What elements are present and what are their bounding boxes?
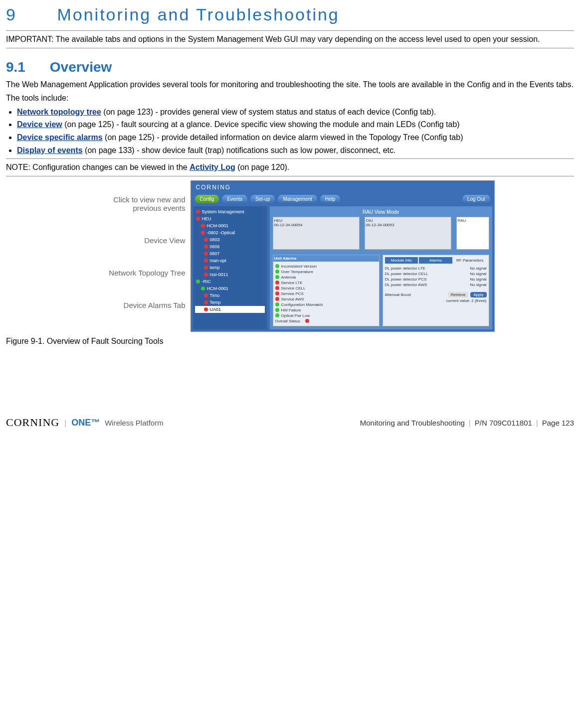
led-icon (275, 297, 279, 301)
tab-alarms[interactable]: Alarms (419, 257, 452, 264)
link-device-view[interactable]: Device view (17, 120, 62, 129)
alarms-title: Unit Alarms (273, 255, 379, 262)
overview-intro: The tools include: (6, 93, 574, 104)
section-heading: 9.1 Overview (6, 59, 574, 75)
atten-note: current value: 2 (three) (385, 298, 487, 303)
tab-rf-parameters[interactable]: RF Parameters (453, 257, 487, 264)
tab-help[interactable]: Help (320, 195, 341, 203)
list-item-text: (on page 133) - show device fault (trap)… (83, 146, 396, 154)
tree-item: 0807 (195, 250, 265, 257)
tree-item: -0802 -Optical (195, 229, 265, 236)
led-icon (275, 281, 279, 285)
tab-events[interactable]: Events (222, 195, 247, 203)
tree-item: man-opt (195, 257, 265, 264)
rf-row: DL power detector AWSNo signal (385, 282, 487, 288)
logout-button[interactable]: Log Out (462, 195, 490, 203)
apply-button[interactable]: Apply (470, 292, 486, 297)
alarm-row: Antenna (275, 275, 377, 280)
rf-row: DL power detector CELLNo signal (385, 271, 487, 277)
tree-item: -RIC (195, 278, 265, 285)
led-icon (201, 231, 205, 235)
link-display-events[interactable]: Display of events (17, 146, 83, 154)
led-icon (204, 252, 208, 256)
tab-config[interactable]: Config (195, 195, 219, 203)
note-post: (on page 120). (235, 163, 290, 171)
retrieve-button[interactable]: Retrieve (448, 292, 469, 297)
chapter-number: 9 (6, 5, 51, 24)
tree-item: rssi-0011 (195, 271, 265, 278)
led-icon (275, 275, 279, 279)
led-icon (275, 302, 279, 306)
divider (6, 30, 574, 31)
gui-logo: CORNING (193, 183, 492, 192)
alarms-panel: Unit Alarms Inconsistent Version Over Te… (273, 255, 380, 326)
logo-tag: Wireless Platform (105, 419, 164, 427)
chapter-heading: 9 Monitoring and Troubleshooting (6, 5, 574, 24)
panel-tabs: Module Info Alarms RF Parameters (385, 257, 487, 264)
gui-screenshot: CORNING Config Events Set-up Management … (191, 180, 495, 332)
alarm-row: Configuration Mismatch (275, 302, 377, 307)
section-number: 9.1 (6, 59, 46, 75)
overall-status: Overall Status (275, 318, 377, 324)
list-item: Display of events (on page 133) - show d… (17, 145, 574, 156)
logo-one: ONE™ (71, 418, 100, 428)
tab-module-info[interactable]: Module Info (385, 257, 418, 264)
tab-setup[interactable]: Set-up (250, 195, 275, 203)
gui-main: RAU View Mode HEU00-12-34-00054 OIU00-12… (270, 206, 492, 329)
tree-item: 0803 (195, 236, 265, 243)
led-icon (275, 286, 279, 290)
tree-item: Temp (195, 299, 265, 306)
divider (6, 158, 574, 159)
led-icon (201, 224, 205, 228)
footer-brand: CORNING | ONE™ Wireless Platform (6, 416, 164, 429)
led-icon (204, 238, 208, 242)
device-oiu[interactable]: OIU00-12-34-00053 (365, 217, 451, 250)
led-icon (275, 313, 279, 317)
footer-pn: P/N 709C011801 (475, 419, 532, 427)
link-network-topology[interactable]: Network topology tree (17, 108, 101, 116)
gui-topbar: Config Events Set-up Management Help Log… (193, 192, 492, 206)
footer-doc: Monitoring and Troubleshooting (360, 419, 465, 427)
list-item-text: (on page 125) - fault sourcing at a glan… (62, 120, 460, 129)
led-icon (275, 270, 279, 274)
chapter-title: Monitoring and Troubleshooting (57, 5, 339, 24)
link-activity-log[interactable]: Activity Log (190, 163, 235, 171)
rf-row: DL power detector PCSNo signal (385, 277, 487, 282)
footer-right: Monitoring and Troubleshooting | P/N 709… (360, 419, 574, 427)
led-icon (275, 291, 279, 295)
tree-item: UA01 (195, 306, 265, 313)
device-rau[interactable]: RAU (456, 217, 489, 250)
led-icon (204, 266, 208, 270)
callout-tree: Network Topology Tree (86, 269, 186, 277)
callout-alarms: Device Alarms Tab (86, 301, 186, 309)
led-icon (204, 307, 208, 311)
led-icon (204, 259, 208, 263)
tab-management[interactable]: Management (278, 195, 317, 203)
divider (6, 48, 574, 48)
tree-item: HEU (195, 215, 265, 222)
atten-row: Attenuat Boost Retrieve Apply (385, 291, 487, 298)
callout-labels: Click to view new and previous events De… (86, 180, 186, 309)
rf-panel: Module Info Alarms RF Parameters DL powe… (383, 255, 489, 326)
figure: Click to view new and previous events De… (6, 180, 574, 332)
tree-item: HCM-0001 (195, 285, 265, 292)
device-view-panel: HEU00-12-34-00054 OIU00-12-34-00053 RAU (273, 217, 489, 250)
banner: RAU View Mode (273, 209, 489, 215)
alarm-row: Over Temperature (275, 269, 377, 275)
led-icon (204, 273, 208, 277)
led-icon (196, 210, 200, 214)
important-note: IMPORTANT: The available tabs and option… (6, 34, 574, 45)
alarm-row: Inconsistent Version (275, 264, 377, 269)
divider (6, 176, 574, 176)
tree-item: 0806 (195, 243, 265, 250)
overview-paragraph: The Web Management Application provides … (6, 79, 574, 90)
alarm-row: Optical Pwr Low (275, 313, 377, 318)
link-device-alarms[interactable]: Device specific alarms (17, 133, 103, 142)
alarm-row: Service LTE (275, 280, 377, 286)
note-line: NOTE: Configuration changes can be viewe… (6, 162, 574, 173)
topology-tree[interactable]: System Management HEU HCM-0001 -0802 -Op… (193, 206, 267, 329)
device-heu[interactable]: HEU00-12-34-00054 (273, 217, 360, 250)
page-footer: CORNING | ONE™ Wireless Platform Monitor… (6, 416, 574, 429)
tools-list: Network topology tree (on page 123) - pr… (6, 107, 574, 155)
tree-item: Timo (195, 292, 265, 299)
